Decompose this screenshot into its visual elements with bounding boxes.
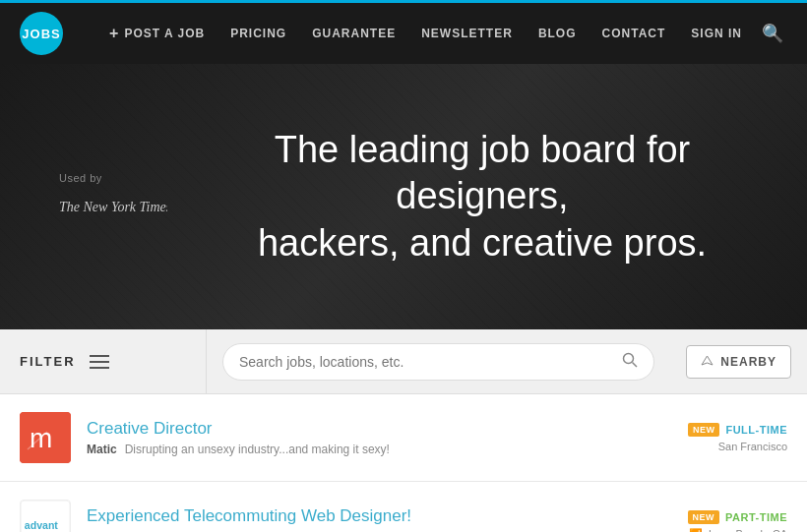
nearby-label: NEARBY [720, 355, 776, 369]
job-meta: Matic Disrupting an unsexy industry...an… [87, 443, 614, 456]
nav-blog[interactable]: BLOG [528, 21, 587, 46]
main-nav: + POST A JOB PRICING GUARANTEE NEWSLETTE… [99, 17, 787, 50]
job-type-badge: FULL-TIME [725, 424, 787, 436]
nav-contact[interactable]: CONTACT [592, 21, 676, 46]
filter-bar: FILTER NEARBY [0, 329, 807, 394]
job-info: Experienced Telecommuting Web Designer! … [87, 506, 614, 532]
svg-marker-3 [702, 356, 713, 365]
job-type-badge: PART-TIME [725, 511, 787, 523]
nyt-logo: The New York Times [59, 190, 167, 221]
nav-newsletter[interactable]: NEWSLETTER [411, 21, 523, 46]
plus-icon: + [109, 25, 119, 42]
svg-line-2 [633, 362, 638, 367]
badge-row: NEW FULL-TIME [688, 423, 787, 437]
used-by-label: Used by [59, 172, 102, 184]
filter-left: FILTER [0, 329, 207, 393]
header: JOBS + POST A JOB PRICING GUARANTEE NEWS… [0, 0, 807, 64]
search-area [207, 343, 670, 381]
hero-branding: Used by The New York Times [59, 172, 177, 221]
logo-text: JOBS [22, 27, 60, 41]
badge-row: NEW PART-TIME [688, 510, 787, 524]
nav-post-job[interactable]: + POST A JOB [99, 19, 215, 48]
job-location: San Francisco [718, 441, 787, 452]
job-description: Disrupting an unsexy industry...and maki… [125, 443, 390, 456]
job-badges: NEW PART-TIME 📶 Long Beach, CA [630, 510, 787, 533]
job-location: Long Beach, CA [709, 528, 787, 532]
job-title[interactable]: Experienced Telecommuting Web Designer! [87, 506, 614, 526]
nearby-area: NEARBY [670, 345, 807, 379]
company-name: Matic [87, 443, 117, 456]
new-badge: NEW [688, 423, 720, 437]
svg-text:advant: advant [25, 519, 59, 531]
search-button[interactable] [622, 352, 638, 372]
matic-logo-svg: m [20, 412, 71, 463]
hero-headline: The leading job board for designers, hac… [217, 127, 748, 267]
svg-text:The New York Times: The New York Times [59, 200, 167, 214]
table-row: advant interactive Experienced Telecommu… [0, 482, 807, 532]
company-logo-advant: advant interactive [20, 500, 71, 532]
nav-pricing[interactable]: PRICING [220, 21, 296, 46]
job-title[interactable]: Creative Director [87, 419, 614, 439]
filter-label: FILTER [20, 354, 76, 369]
logo[interactable]: JOBS [20, 12, 63, 55]
company-logo-matic: m [20, 412, 71, 463]
search-container [222, 343, 654, 381]
search-icon[interactable]: 🔍 [758, 17, 787, 50]
job-info: Creative Director Matic Disrupting an un… [87, 419, 614, 456]
search-input[interactable] [239, 354, 622, 370]
search-icon [622, 352, 638, 368]
wifi-icon: 📶 [689, 528, 703, 533]
hamburger-icon[interactable] [90, 355, 109, 369]
job-badges: NEW FULL-TIME San Francisco [630, 423, 787, 452]
location-row: 📶 Long Beach, CA [689, 528, 787, 533]
advant-logo-svg: advant interactive [21, 500, 70, 532]
new-badge: NEW [688, 510, 720, 524]
headline-line1: The leading job board for designers, [275, 129, 691, 217]
nav-signin[interactable]: SIGN IN [681, 21, 752, 46]
headline-line2: hackers, and creative pros. [258, 222, 707, 264]
nyt-logo-svg: The New York Times [59, 190, 167, 217]
nav-guarantee[interactable]: GUARANTEE [302, 21, 405, 46]
table-row: m Creative Director Matic Disrupting an … [0, 394, 807, 482]
svg-point-1 [624, 353, 634, 363]
hero-section: Used by The New York Times The leading j… [0, 64, 807, 329]
location-icon [701, 355, 714, 368]
nearby-button[interactable]: NEARBY [686, 345, 791, 379]
job-list: m Creative Director Matic Disrupting an … [0, 394, 807, 532]
